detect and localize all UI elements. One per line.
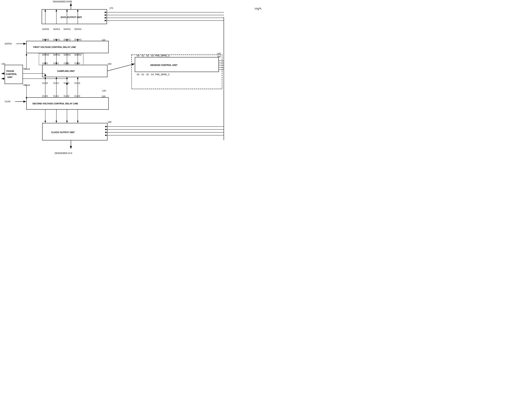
clk2-above-sampling: CLK2 bbox=[64, 62, 69, 65]
data1-below-1vcdl: DATA1 bbox=[53, 54, 60, 56]
data0-between-label: DATA0 bbox=[42, 28, 49, 30]
clk0-input-label: CLK0 bbox=[5, 100, 10, 103]
pred-bot: PRE_D bbox=[155, 73, 162, 76]
ref-160: 160 bbox=[217, 55, 221, 58]
ref-150: 150 bbox=[108, 63, 112, 65]
svg-line-3 bbox=[260, 8, 261, 9]
deskew-control-unit-label: DESKEW CONTROL UNIT bbox=[150, 64, 178, 66]
s0-bot: S0 bbox=[137, 73, 140, 76]
data1-between-label: DATA1 bbox=[53, 28, 60, 30]
data2-below-1vcdl: DATA2 bbox=[64, 54, 70, 56]
phase-control-unit-label: PHASE bbox=[6, 70, 14, 72]
clk0-below-2vcdl: CLK0 bbox=[42, 95, 48, 97]
deskewed-data-label: DESKEWED DATA bbox=[53, 0, 72, 3]
second-vcdl-label: SECOND VOLTAGE CONTROL DELAY LINE bbox=[32, 102, 78, 105]
clk3-below-2vcdl: CLK3 bbox=[74, 95, 80, 97]
circuit-diagram: 100 DATA OUTPUT UNIT 170 DESKEWED DATA F… bbox=[0, 0, 266, 210]
clk0-junction-dot bbox=[44, 75, 46, 76]
prec-bot: PRE_C bbox=[162, 73, 170, 76]
data0-below-1vcdl: DATA0 bbox=[42, 54, 49, 56]
ref-120: 120 bbox=[102, 95, 105, 98]
clock-output-unit-label: CLOCK OUTPUT UNIT bbox=[51, 131, 75, 134]
data3-label-top1: DATA3 bbox=[74, 38, 81, 41]
s3-top: S3 bbox=[151, 54, 154, 57]
data3-below-1vcdl: DATA3 bbox=[74, 54, 81, 56]
ref-130: 130 bbox=[1, 63, 5, 65]
s0-top: S0 bbox=[137, 54, 140, 57]
s1-bot: S1 bbox=[141, 73, 144, 76]
ref-140: 140 bbox=[217, 52, 221, 55]
ref-100: 100 bbox=[254, 7, 258, 10]
s1-top: S1 bbox=[141, 54, 144, 57]
data0-input-label: DATA0 bbox=[5, 42, 12, 45]
deskewed-clk-label: DESKEWED CLK bbox=[55, 152, 72, 154]
data-output-unit-label: DATA OUTPUT UNIT bbox=[61, 16, 82, 18]
s3-bot: S3 bbox=[151, 73, 154, 76]
clk1-above-sampling: CLK1 bbox=[53, 62, 59, 65]
prec-top: PRE_C bbox=[162, 54, 170, 57]
clk2-mid-label: CLK2 bbox=[64, 82, 69, 84]
ref-180: 180 bbox=[108, 121, 112, 123]
clk1-below-2vcdl: CLK1 bbox=[53, 95, 59, 97]
data0-label-top1: DATA0 bbox=[42, 38, 49, 41]
phase-control-unit-label3: UNIT bbox=[7, 76, 13, 78]
data3-between-label: DATA3 bbox=[74, 28, 81, 30]
svg-line-7 bbox=[107, 64, 135, 71]
clk0-above-sampling: CLK0 bbox=[42, 62, 48, 65]
clk0-mid-label: CLK0 bbox=[42, 82, 48, 84]
phase-control-unit-label2: CONTROL bbox=[6, 73, 17, 75]
sampling-unit-label: SAMPLING UNIT bbox=[57, 70, 75, 72]
data2-label-top1: DATA2 bbox=[64, 38, 70, 41]
s2-bot: S2 bbox=[146, 73, 149, 76]
ref-170: 170 bbox=[109, 7, 113, 9]
s2-top: S2 bbox=[146, 54, 149, 57]
data2-between-label: DATA2 bbox=[64, 28, 70, 30]
clk2-below-2vcdl: CLK2 bbox=[64, 95, 69, 97]
ref-110: 110 bbox=[102, 39, 105, 41]
pred-top: PRE_D bbox=[155, 54, 162, 57]
sampling-unit-box bbox=[42, 65, 107, 77]
clk1-mid-label: CLK1 bbox=[53, 82, 59, 84]
clk3-mid-label: CLK3 bbox=[74, 82, 80, 84]
first-vcdl-label: FIRST VOLTAGE CONTROL DELAY LINE bbox=[33, 46, 76, 48]
data1-label-top1: DATA1 bbox=[53, 38, 60, 41]
ref-120-alt: 120 bbox=[102, 90, 106, 92]
clk3-above-sampling: CLK3 bbox=[74, 62, 80, 65]
